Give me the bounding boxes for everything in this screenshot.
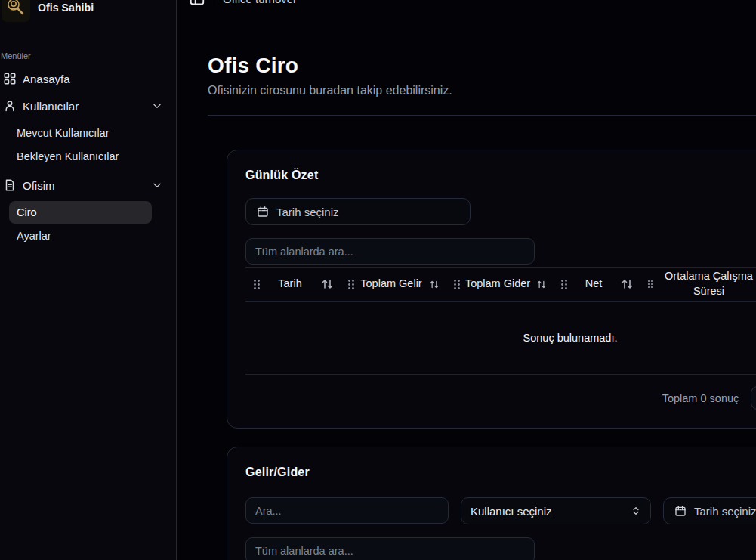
chevron-up-down-icon <box>631 506 641 516</box>
dashboard-icon <box>3 72 17 85</box>
brand-logo <box>2 0 30 22</box>
page-content: Ofis Ciro Ofisinizin cirosunu buradan ta… <box>177 53 756 560</box>
topbar-separator <box>214 0 214 6</box>
income-search-all-input[interactable] <box>245 537 535 560</box>
sort-icon[interactable] <box>536 280 547 289</box>
header-divider <box>208 115 756 116</box>
sidebar-item-label: Kullanıcılar <box>23 100 79 113</box>
sidebar-toggle-icon[interactable] <box>189 0 205 7</box>
income-date-picker[interactable]: Tarih seçiniz <box>663 497 756 524</box>
page-title: Ofis Ciro <box>208 53 756 79</box>
filters-row: Kullanıcı seçiniz Tarih seçiniz <box>245 497 756 524</box>
sidebar-item-anasayfa[interactable]: Anasayfa <box>0 65 176 92</box>
date-picker-label: Tarih seçiniz <box>694 505 756 518</box>
drag-grip-icon[interactable] <box>647 280 653 289</box>
sidebar-item-ayarlar[interactable]: Ayarlar <box>9 224 152 247</box>
sidebar-item-mevcut-kullanicilar[interactable]: Mevcut Kullanıcılar <box>9 122 152 144</box>
previous-page-button[interactable]: Önceki <box>751 386 756 410</box>
sort-icon[interactable] <box>429 280 440 289</box>
date-picker-label: Tarih seçiniz <box>276 206 339 218</box>
column-label: Toplam Gider <box>461 277 535 292</box>
calendar-icon <box>257 206 269 218</box>
kullanicilar-sub-list: Mevcut Kullanıcılar Bekleyen Kullanıcıla… <box>0 119 176 172</box>
income-expense-title: Gelir/Gider <box>245 466 756 479</box>
drag-grip-icon[interactable] <box>253 279 261 290</box>
column-header-tarih: Tarih <box>245 268 340 301</box>
chevron-down-icon <box>152 180 162 190</box>
user-select-label: Kullanıcı seçiniz <box>471 505 552 518</box>
daily-summary-table: Tarih Toplam Gelir Toplam Gider <box>245 267 756 375</box>
income-expense-card: Gelir/Gider Kullanıcı seçiniz Tarih seçi… <box>227 447 756 560</box>
daily-summary-title: Günlük Özet <box>245 169 756 182</box>
daily-search-input[interactable] <box>245 238 535 265</box>
column-header-ortalama-calisma-suresi: Ortalama Çalışma Süresi <box>640 268 756 301</box>
drag-grip-icon[interactable] <box>347 279 355 290</box>
income-search-input[interactable] <box>245 497 449 524</box>
sub-item-label: Mevcut Kullanıcılar <box>17 127 110 139</box>
sub-item-label: Bekleyen Kullanıcılar <box>17 150 119 162</box>
sub-item-label: Ayarlar <box>17 230 51 242</box>
column-header-toplam-gider: Toplam Gider <box>446 268 553 301</box>
user-icon <box>3 99 17 113</box>
sidebar-item-ofisim[interactable]: Ofisim <box>0 172 176 199</box>
column-label: Toplam Gelir <box>355 277 427 292</box>
ofisim-sub-list: Ciro Ayarlar <box>0 199 176 251</box>
table-empty-state: Sonuç bulunamadı. <box>245 302 756 375</box>
topbar-title: Office turnover <box>223 0 297 5</box>
chevron-down-icon <box>152 101 162 111</box>
table-header-row: Tarih Toplam Gelir Toplam Gider <box>245 267 756 302</box>
pagination-bar: Toplam 0 sonuç Önceki Sayfa <box>245 386 756 410</box>
sidebar-nav: Anasayfa Kullanıcılar Mevcut Kullanıcıla… <box>0 65 176 251</box>
daily-summary-card: Günlük Özet Tarih seçiniz Tarih <box>227 150 756 429</box>
user-select[interactable]: Kullanıcı seçiniz <box>461 497 651 524</box>
daily-date-picker[interactable]: Tarih seçiniz <box>245 198 471 225</box>
empty-state-text: Sonuç bulunamadı. <box>245 332 756 344</box>
sidebar-item-label: Ofisim <box>23 179 55 192</box>
sidebar-item-ciro[interactable]: Ciro <box>9 201 152 224</box>
page-subtitle: Ofisinizin cirosunu buradan takip edebil… <box>208 84 756 97</box>
main-area: Office turnover Ofis Ciro Ofisinizin cir… <box>177 0 756 560</box>
sidebar: Ofis Sahibi Menüler Anasayfa Kullanıcıla… <box>0 0 177 560</box>
column-label: Net <box>568 277 619 292</box>
brand-user-label: Ofis Sahibi <box>38 2 94 14</box>
sort-icon[interactable] <box>621 278 634 290</box>
sidebar-item-kullanicilar[interactable]: Kullanıcılar <box>0 92 176 119</box>
column-header-net: Net <box>553 268 640 301</box>
topbar: Office turnover <box>177 0 756 8</box>
column-label: Tarih <box>261 277 319 292</box>
sidebar-item-bekleyen-kullanicilar[interactable]: Bekleyen Kullanıcılar <box>9 145 152 168</box>
brand-row[interactable]: Ofis Sahibi <box>0 0 176 24</box>
sidebar-section-label: Menüler <box>0 51 176 60</box>
sub-item-label: Ciro <box>17 206 37 218</box>
calendar-icon <box>674 505 687 517</box>
column-header-toplam-gelir: Toplam Gelir <box>340 268 446 301</box>
magnifier-emblem-icon <box>5 0 26 18</box>
sort-icon[interactable] <box>321 278 334 290</box>
pagination-total: Toplam 0 sonuç <box>662 392 739 404</box>
column-label: Ortalama Çalışma Süresi <box>653 269 756 299</box>
drag-grip-icon[interactable] <box>560 279 568 290</box>
drag-grip-icon[interactable] <box>453 279 461 290</box>
document-icon <box>3 178 17 192</box>
sidebar-item-label: Anasayfa <box>23 73 70 85</box>
